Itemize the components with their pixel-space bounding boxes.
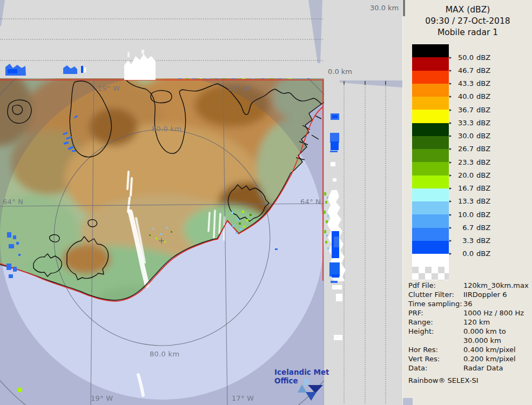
metadata-rows: Pdf File:120km_30km.maxClutter Filter:II… [408,281,530,373]
scale-unit: dBZ [476,158,490,166]
scale-value: 3.3 [455,237,474,245]
metadata-label: Hor Res: [408,345,463,354]
scale-color-block [412,71,449,84]
scale-arrow-icon: ▸ [449,199,455,204]
color-scale-labels: ▸50.0dBZ▸46.7dBZ▸43.3dBZ▸40.0dBZ▸36.7dBZ… [449,51,490,260]
radar-display-window: 30.0 km 0.0 km 19° W 17° W 19° W 17° W 6… [0,0,532,405]
radar-scene [0,0,402,405]
scale-value: 16.7 [455,184,474,192]
metadata-label: PRF: [408,308,463,318]
scale-unit: dBZ [476,145,490,153]
height-axis-zero-label: 0.0 km [328,68,352,76]
scale-unit: dBZ [476,132,490,140]
scale-value: 10.0 [455,211,474,219]
metadata-row: Pdf File:120km_30km.max [408,281,530,290]
scale-row: ▸36.7dBZ [449,103,490,116]
lon-label-19w-bottom: 19° W [91,394,113,402]
scale-unit: dBZ [476,119,490,127]
metadata-value: 120km_30km.max [463,281,529,290]
scale-value: 46.7 [455,66,474,75]
scale-arrow-icon: ▸ [449,146,455,151]
height-axis-max-label: 30.0 km [370,4,399,12]
scale-row: ▸46.7dBZ [449,64,490,77]
scale-color-block [412,149,449,162]
scale-arrow-icon: ▸ [449,186,455,191]
metadata-value: 36 [463,299,473,308]
scale-color-block [412,176,449,188]
metadata-value: Radar Data [463,363,503,373]
product-name: MAX (dBZ) [403,4,532,16]
scale-value: 33.3 [455,119,474,127]
scale-color-block [412,241,449,254]
lon-label-17w-top: 17° W [227,84,250,92]
scale-arrow-icon: ▸ [449,120,455,125]
scale-unit: dBZ [476,211,490,219]
lon-label-17w-bottom: 17° W [232,394,254,402]
scale-value: 36.7 [455,106,474,114]
scale-row: ▸13.3dBZ [449,195,490,208]
scale-row: ▸40.0dBZ [449,90,490,103]
scale-color-block [412,110,449,123]
scale-unit: dBZ [476,106,490,114]
scale-color-block [412,84,449,97]
logo-line1: Icelandic Met [274,368,339,376]
range-ring-label-bottom: 80.0 km [150,350,179,358]
scale-row: ▸33.3dBZ [449,116,490,129]
metadata-row: PRF:1000 Hz / 800 Hz [408,308,530,318]
metadata-label: Data: [408,363,463,373]
scale-row: ▸26.7dBZ [449,143,490,156]
product-header: MAX (dBZ) 09:30 / 27-Oct-2018 Mobile rad… [403,4,532,38]
range-ring-label-top: 80.0 km [152,125,181,133]
scale-unit: dBZ [476,237,490,245]
scale-row: ▸20.0dBZ [449,168,490,181]
vendor-label: Rainbow® SELEX-SI [408,376,530,385]
product-metadata: Pdf File:120km_30km.maxClutter Filter:II… [408,281,530,385]
scale-white-block [412,254,449,267]
scale-arrow-icon: ▸ [449,238,455,243]
scale-color-block [412,162,449,175]
scale-value: 0.0 [455,249,474,258]
scale-color-block [412,228,449,241]
scale-color-block [412,188,449,201]
metadata-value: 0.200 km/pixel [463,354,516,363]
metadata-label: Range: [408,318,463,327]
metadata-value: 0.400 km/pixel [463,345,516,354]
scale-value: 20.0 [455,171,474,179]
scale-arrow-icon: ▸ [449,225,455,230]
scale-row: ▸43.3dBZ [449,77,490,90]
metadata-label: Time sampling: [408,299,463,308]
metadata-row: Height:0.000 km to 30.000 km [408,327,530,345]
scale-value: 23.3 [455,158,474,166]
metadata-label: Clutter Filter: [408,290,463,299]
scale-color-block [412,44,449,57]
scale-row: ▸10.0dBZ [449,208,490,221]
scale-row: ▸6.7dBZ [449,221,490,234]
product-datetime: 09:30 / 27-Oct-2018 [403,16,532,27]
scale-arrow-icon: ▸ [449,251,455,256]
scale-unit: dBZ [476,171,490,179]
scale-arrow-icon: ▸ [449,212,455,217]
scale-row: ▸23.3dBZ [449,156,490,168]
lat-label-64n-left: 64° N [3,198,23,206]
metadata-value: 0.000 km to 30.000 km [463,327,506,345]
metadata-label: Vert Res: [408,354,463,363]
metadata-row: Data:Radar Data [408,363,530,373]
scale-unit: dBZ [476,224,490,232]
scale-value: 13.3 [455,197,474,205]
scale-color-block [412,201,449,214]
scale-arrow-icon: ▸ [449,107,455,112]
scale-unit: dBZ [476,79,490,87]
scale-arrow-icon: ▸ [449,81,455,86]
metadata-value: 1000 Hz / 800 Hz [463,308,524,318]
scale-row: ▸16.7dBZ [449,182,490,195]
logo-line2: Office [274,376,339,385]
scale-row: ▸50.0dBZ [449,51,490,64]
metadata-row: Hor Res:0.400 km/pixel [408,345,530,354]
metadata-row: Time sampling:36 [408,299,530,308]
metadata-row: Clutter Filter:IIRDoppler 6 [408,290,530,299]
scale-arrow-icon: ▸ [449,55,455,60]
scale-arrow-icon: ▸ [449,173,455,178]
scale-unit: dBZ [476,53,490,62]
scale-arrow-icon: ▸ [449,160,455,165]
scale-transparent-block [412,267,449,280]
